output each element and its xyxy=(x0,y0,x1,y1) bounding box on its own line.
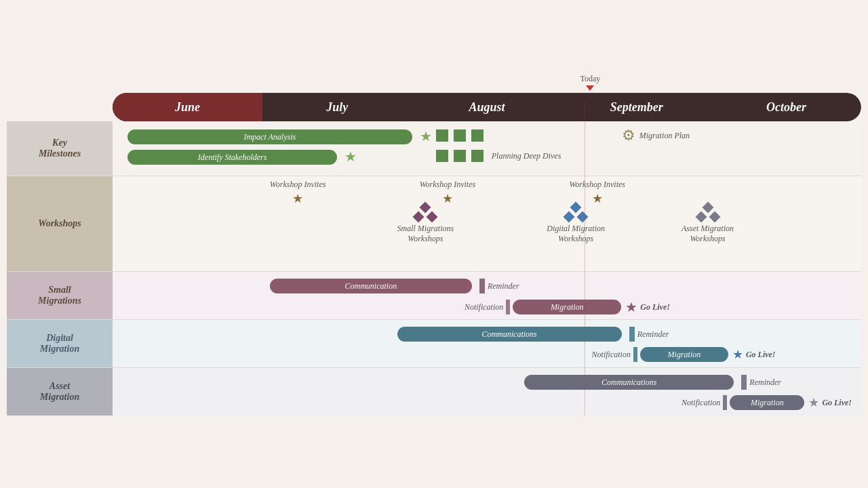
workshop-invites-sep-label: Workshop Invites xyxy=(569,180,625,190)
go-live-star-small: ★ xyxy=(625,299,637,315)
milestone-box-3 xyxy=(471,129,484,142)
notification-notch-digital xyxy=(633,347,637,362)
digital-migration-workshops: Digital MigrationWorkshops xyxy=(547,203,605,244)
key-milestones-content: Impact Analysis ★ ⚙ Migration Plan xyxy=(113,121,861,176)
migration-label-digital: Migration xyxy=(668,350,701,360)
reminder-digital-label: Reminder xyxy=(637,329,669,340)
reminder-asset: Reminder xyxy=(741,375,781,390)
row-digital-migration: DigitalMigration Communications Reminder… xyxy=(7,320,861,368)
month-july-label: July xyxy=(326,100,348,115)
communication-label: Communication xyxy=(345,281,397,291)
milestone-box-4 xyxy=(436,150,448,162)
identify-stakeholders-star: ★ xyxy=(344,148,357,165)
month-june-label: June xyxy=(175,100,200,115)
communications-bar-digital: Communications xyxy=(397,327,622,342)
diamond-small-3 xyxy=(427,211,438,223)
asset-migration-workshops-label: Asset MigrationWorkshops xyxy=(682,224,734,244)
impact-analysis-bar-bg: Impact Analysis xyxy=(127,129,412,144)
workshops-label: Workshops xyxy=(7,176,113,271)
month-june: June xyxy=(113,93,262,121)
notification-asset: Notification Migration ★ Go Live! xyxy=(682,395,852,410)
chart-wrapper: Today June July August September October xyxy=(7,73,861,415)
diamond-small-1 xyxy=(420,202,431,214)
digital-migration-label: DigitalMigration xyxy=(7,320,113,367)
milestone-box-1 xyxy=(436,129,448,142)
go-live-label-small: Go Live! xyxy=(640,302,670,312)
communications-label-asset: Communications xyxy=(601,378,656,388)
migration-plan-label: Migration Plan xyxy=(639,131,690,141)
workshop-invites-july: Workshop Invites ★ xyxy=(270,180,326,206)
communications-bar-asset: Communications xyxy=(524,375,734,390)
notification-small-label: Notification xyxy=(465,302,503,312)
asset-migration-label: AssetMigration xyxy=(7,368,113,415)
workshops-content: Workshop Invites ★ Workshop Invites ★ Wo… xyxy=(113,176,861,271)
row-key-milestones: KeyMilestones Impact Analysis ★ xyxy=(7,121,861,176)
diamond-asset-3 xyxy=(709,211,720,223)
go-live-star-asset: ★ xyxy=(808,395,819,410)
asset-migration-workshops: Asset MigrationWorkshops xyxy=(682,203,734,244)
migration-plan-item: ⚙ Migration Plan xyxy=(622,127,690,144)
month-october: October xyxy=(711,93,861,121)
row-workshops: Workshops Workshop Invites ★ Workshop In… xyxy=(7,176,861,272)
go-live-label-asset: Go Live! xyxy=(822,398,852,408)
milestone-box-5 xyxy=(454,150,466,162)
identify-stakeholders-label: Identify Stakeholders xyxy=(198,152,267,163)
migration-bar-asset: Migration xyxy=(730,395,804,410)
migration-label-small: Migration xyxy=(551,302,584,312)
migration-bar-digital: Migration xyxy=(640,347,728,362)
communications-bar-digital-bg: Communications xyxy=(397,327,622,342)
migration-bar-small: Migration xyxy=(513,300,621,314)
go-live-star-digital: ★ xyxy=(732,347,743,362)
communication-bar: Communication xyxy=(270,279,472,293)
row-small-migrations: SmallMigrations Communication Reminder N… xyxy=(7,272,861,320)
month-september: September xyxy=(561,93,711,121)
reminder-small-label: Reminder xyxy=(488,281,519,291)
header-bar: June July August September October xyxy=(7,93,861,121)
notification-digital: Notification Migration ★ Go Live! xyxy=(592,347,776,362)
reminder-notch-small xyxy=(479,279,485,293)
small-migrations-workshops-label: Small MigrationsWorkshops xyxy=(397,224,454,244)
reminder-notch-digital xyxy=(629,327,635,342)
small-migrations-label: SmallMigrations xyxy=(7,272,113,319)
notification-small: Notification Migration ★ Go Live! xyxy=(465,299,670,315)
reminder-digital: Reminder xyxy=(629,327,669,342)
diamond-digital-3 xyxy=(577,211,589,223)
key-milestones-label: KeyMilestones xyxy=(7,121,113,176)
months-bar: June July August September October xyxy=(113,93,861,121)
identify-stakeholders-bar: Identify Stakeholders xyxy=(127,150,337,165)
today-arrow xyxy=(586,85,594,91)
gantt-body: KeyMilestones Impact Analysis ★ xyxy=(7,121,861,415)
diamond-asset-1 xyxy=(702,202,713,214)
notification-asset-label: Notification xyxy=(682,398,720,408)
small-migrations-workshops: Small MigrationsWorkshops xyxy=(397,203,454,244)
row-asset-migration: AssetMigration Communications Reminder N… xyxy=(7,368,861,415)
aug-squares-1 xyxy=(435,129,485,142)
reminder-asset-label: Reminder xyxy=(749,378,781,388)
milestone-box-6 xyxy=(471,150,484,162)
digital-migration-content: Communications Reminder Notification Mig… xyxy=(113,320,861,367)
reminder-small: Reminder xyxy=(479,279,519,293)
milestone-box-2 xyxy=(454,129,466,142)
notification-digital-label: Notification xyxy=(592,350,631,360)
impact-analysis-label: Impact Analysis xyxy=(243,132,296,142)
asset-migration-content: Communications Reminder Notification Mig… xyxy=(113,368,861,415)
today-label: Today xyxy=(580,74,601,84)
go-live-label-digital: Go Live! xyxy=(746,350,776,360)
workshop-invite-star-july: ★ xyxy=(292,192,303,205)
workshop-invites-aug-label: Workshop Invites xyxy=(420,180,476,190)
digital-migration-workshops-label: Digital MigrationWorkshops xyxy=(547,224,605,244)
month-july: July xyxy=(262,93,412,121)
month-september-label: September xyxy=(610,100,663,115)
communication-bar-bg: Communication xyxy=(270,279,472,293)
communications-label-digital: Communications xyxy=(481,329,536,340)
today-marker: Today xyxy=(580,74,601,91)
workshop-invites-aug: Workshop Invites ★ xyxy=(420,180,476,206)
workshop-invites-july-label: Workshop Invites xyxy=(270,180,326,190)
diamond-small-2 xyxy=(413,211,425,223)
aug-squares-2: Planning Deep Dives xyxy=(435,150,561,162)
month-august-label: August xyxy=(469,100,505,115)
notification-notch-small xyxy=(506,300,510,314)
migration-plan-gear: ⚙ xyxy=(622,127,635,144)
impact-analysis-star: ★ xyxy=(420,128,432,144)
workshop-invites-sep: Workshop Invites ★ xyxy=(569,180,625,206)
